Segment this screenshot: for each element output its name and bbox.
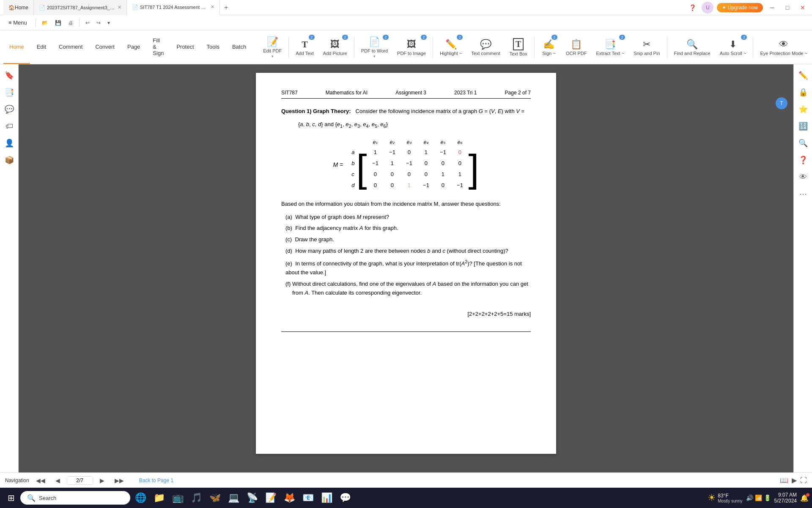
minimize-button[interactable]: ─: [766, 2, 778, 14]
auto-scroll-tool[interactable]: 2 ⬇ Auto Scroll ~: [716, 32, 751, 62]
save-icon[interactable]: 💾: [52, 19, 64, 27]
bottom-fullscreen-icon[interactable]: ⛶: [800, 477, 807, 484]
sub-text-b: Find the adjacency matrix A for this gra…: [295, 225, 398, 231]
taskbar-app-firefox[interactable]: 🦊: [281, 489, 298, 506]
tab-file3-close[interactable]: ✕: [211, 4, 214, 10]
add-text-tool[interactable]: 2 T Add Text: [291, 32, 318, 62]
right-number-icon[interactable]: 🔢: [796, 119, 811, 134]
sidebar-user-icon[interactable]: 👤: [2, 135, 17, 151]
tab-file3[interactable]: 📄 SIT787 T1 2024 Assessment 3 (... ✕: [127, 0, 220, 15]
sidebar-bookmark-icon[interactable]: 🔖: [2, 68, 17, 83]
add-picture-tool[interactable]: 2 🖼 Add Picture: [319, 32, 351, 62]
redo-icon[interactable]: ↪: [94, 19, 103, 27]
upgrade-button[interactable]: ✦ Upgrade now: [717, 3, 763, 12]
nav-next-button[interactable]: ▶: [96, 476, 108, 485]
taskbar-sys-icons: 🔊 📶 🔋: [746, 494, 771, 501]
sidebar-tag-icon[interactable]: 🏷: [2, 119, 17, 134]
col-h-e6: e₆: [451, 138, 468, 146]
pdf-to-image-tool[interactable]: 2 🖼 PDF to Image: [393, 32, 430, 62]
blue-circle-indicator[interactable]: T: [776, 97, 787, 109]
add-picture-label: Add Picture: [323, 51, 347, 56]
battery-icon[interactable]: 🔋: [764, 494, 771, 501]
taskbar-app-dell[interactable]: 💻: [225, 489, 242, 506]
nav-first-button[interactable]: ◀◀: [33, 476, 49, 485]
pdf-to-word-tool[interactable]: 2 📄 PDF to Word ▾: [357, 32, 392, 62]
sidebar-comment-icon[interactable]: 💬: [2, 102, 17, 117]
doc-area[interactable]: T SIT787 Mathematics for AI Assignment 3…: [19, 64, 793, 472]
ribbon-tab-edit[interactable]: Edit: [31, 30, 52, 64]
close-button[interactable]: ✕: [797, 2, 809, 14]
open-file-icon[interactable]: 📂: [39, 19, 51, 27]
ribbon-tab-fillsign[interactable]: Fill & Sign: [147, 30, 170, 64]
menu-divider-2: [79, 19, 80, 27]
taskbar-app-media[interactable]: 📺: [169, 489, 186, 506]
taskbar-app-email[interactable]: 📧: [299, 489, 316, 506]
right-eye-icon[interactable]: 👁: [796, 169, 811, 185]
taskbar-app-wps[interactable]: 📝: [262, 489, 279, 506]
nav-last-button[interactable]: ▶▶: [111, 476, 127, 485]
right-more-icon[interactable]: ⋯: [796, 186, 811, 202]
taskbar-app-butterfly[interactable]: 🦋: [206, 489, 223, 506]
right-help-icon[interactable]: ❓: [796, 152, 811, 168]
taskbar-app-music[interactable]: 🎵: [188, 489, 205, 506]
taskbar-app-chat[interactable]: 💬: [337, 489, 354, 506]
maximize-button[interactable]: □: [782, 2, 793, 14]
ribbon-tab-convert[interactable]: Convert: [89, 30, 121, 64]
highlight-icon: ✏️: [445, 39, 457, 50]
bottom-play-icon[interactable]: ▶: [792, 476, 797, 484]
edit-pdf-tool[interactable]: 📝 Edit PDF ▾: [259, 32, 286, 62]
cell-a6: 0: [451, 148, 468, 157]
sidebar-layers-icon[interactable]: 📦: [2, 152, 17, 168]
ribbon-tab-home[interactable]: Home: [3, 30, 30, 64]
more-undo-icon[interactable]: ▾: [105, 19, 112, 27]
help-icon[interactable]: ❓: [686, 2, 698, 14]
tool-sep-6: [753, 37, 753, 58]
text-box-tool[interactable]: T Text Box: [505, 32, 532, 62]
tab-home[interactable]: 🏠 Home: [3, 0, 34, 15]
media-icon: 📺: [172, 492, 184, 503]
find-replace-tool[interactable]: 🔍 Find and Replace: [670, 32, 715, 62]
taskbar-time[interactable]: 9:07 AM 5/27/2024: [774, 492, 797, 504]
volume-icon[interactable]: 🔊: [746, 494, 753, 501]
ribbon-tab-tools[interactable]: Tools: [201, 30, 225, 64]
taskbar-app-files[interactable]: 📁: [151, 489, 167, 506]
extract-text-icon: 📑: [604, 39, 616, 50]
taskbar-app-vpn[interactable]: 📡: [244, 489, 261, 506]
right-search-icon[interactable]: 🔍: [796, 135, 811, 151]
right-edit-icon[interactable]: ✏️: [796, 68, 811, 83]
ribbon-tab-batch[interactable]: Batch: [226, 30, 252, 64]
ribbon-tab-comment[interactable]: Comment: [53, 30, 88, 64]
right-lock-icon[interactable]: 🔒: [796, 85, 811, 100]
ribbon-tab-protect[interactable]: Protect: [170, 30, 200, 64]
highlight-tool[interactable]: 2 ✏️ Highlight ~: [436, 32, 466, 62]
nav-prev-button[interactable]: ◀: [52, 476, 63, 485]
taskbar-app-browser[interactable]: 🌐: [132, 489, 149, 506]
print-icon[interactable]: 🖨: [66, 19, 76, 27]
back-to-page1-button[interactable]: Back to Page 1: [139, 478, 173, 483]
menu-button[interactable]: ≡ Menu: [3, 18, 32, 28]
clock-date: 5/27/2024: [774, 498, 797, 504]
tab-file2-close[interactable]: ✕: [118, 5, 121, 10]
bottom-view-icon[interactable]: 📖: [780, 476, 788, 484]
taskbar-search[interactable]: 🔍 Search: [20, 491, 130, 505]
question-sets: {a, b, c, d} and {e1, e2, e3, e4, e5, e6…: [298, 120, 531, 130]
ocr-pdf-tool[interactable]: 📋 OCR PDF: [562, 32, 591, 62]
avatar[interactable]: U: [702, 2, 713, 14]
page-input[interactable]: [67, 477, 93, 484]
extract-text-tool[interactable]: 2 📑 Extract Text ~: [592, 32, 628, 62]
start-button[interactable]: ⊞: [3, 490, 19, 505]
network-icon[interactable]: 📶: [755, 494, 762, 501]
new-tab-button[interactable]: +: [220, 4, 232, 11]
sign-tool[interactable]: 2 ✍ Sign ~: [537, 32, 561, 62]
taskbar-app-excel[interactable]: 📊: [318, 489, 335, 506]
right-star-icon[interactable]: ⭐: [796, 102, 811, 117]
sub-q-b: (b) Find the adjacency matrix A for this…: [285, 224, 531, 233]
ribbon-tab-page[interactable]: Page: [121, 30, 146, 64]
sidebar-thumbnail-icon[interactable]: 📑: [2, 85, 17, 100]
notification-area[interactable]: 🔔: [800, 494, 809, 502]
snip-pin-tool[interactable]: ✂ Snip and Pin: [629, 32, 664, 62]
eye-protection-tool[interactable]: 👁 Eye Protection Mode ~: [756, 32, 812, 62]
undo-icon[interactable]: ↩: [83, 19, 92, 27]
tab-file2[interactable]: 📄 2023T2SIT787_Assignment3_newv2.p... ✕: [34, 0, 127, 15]
text-comment-tool[interactable]: 💬 Text comment: [467, 32, 504, 62]
